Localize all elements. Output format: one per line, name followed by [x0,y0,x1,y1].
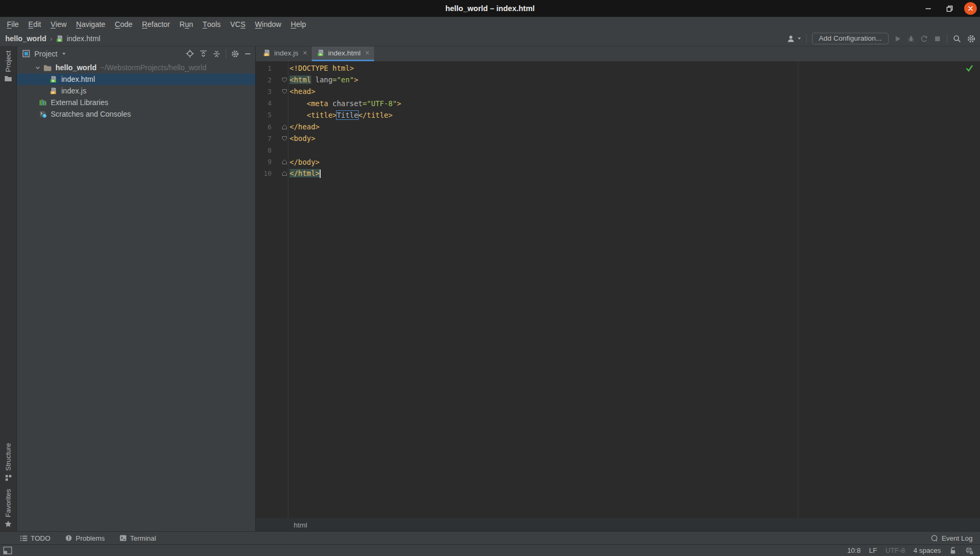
breadcrumb-tag-html[interactable]: html [294,521,307,529]
tree-row-index-js[interactable]: JSindex.js [17,85,255,97]
write-access-lock-icon[interactable] [949,546,957,554]
tool-strip-top: Project [4,51,12,82]
close-button[interactable] [964,2,977,15]
chevron-down-icon[interactable] [62,53,66,55]
code-text: <body> [290,134,315,143]
settings-gear-icon[interactable] [967,34,976,43]
js-file-icon: JS [263,49,271,57]
code-line[interactable]: 3<head> [256,86,980,97]
tree-item-label: index.html [61,75,95,83]
menu-item-vcs[interactable]: VCS [226,17,250,31]
fold-marker[interactable] [281,136,288,142]
js-icon: JS [50,87,58,95]
code-text: <head> [290,87,315,96]
restore-button[interactable] [943,2,956,15]
structure-icon[interactable] [5,474,12,482]
expand-all-icon[interactable] [199,50,208,58]
tree-row-hello-world[interactable]: hello_world~/WebstormProjects/hello_worl… [17,62,255,73]
tab-close-icon[interactable]: ✕ [365,50,370,56]
tool-window-tab-favorites[interactable]: Favorites [4,489,12,517]
code-text: </body> [290,158,320,166]
menu-item-refactor[interactable]: Refactor [137,17,175,31]
todo-list-icon [20,535,27,542]
fold-marker[interactable] [281,159,288,165]
tab-label: index.html [328,49,361,57]
tree-row-index-html[interactable]: Hindex.html [17,73,255,85]
editor-breadcrumb-bar: html [256,519,980,531]
problems-label: Problems [76,534,105,542]
libs-icon [39,99,47,106]
line-number: 5 [256,111,272,119]
terminal-label: Terminal [130,534,156,542]
text-caret [320,169,321,178]
code-line[interactable]: 7<body> [256,133,980,144]
fold-marker[interactable] [281,77,288,83]
tool-window-tab-project[interactable]: Project [4,51,12,72]
run-icon[interactable] [894,35,902,43]
window-title: hello_world – index.html [445,4,535,13]
locate-file-icon[interactable] [185,49,194,58]
editor-tab-index-js[interactable]: JSindex.js✕ [258,46,312,61]
menu-item-help[interactable]: Help [286,17,311,31]
menu-item-run[interactable]: Run [175,17,198,31]
menu-item-file[interactable]: File [2,17,24,31]
user-dropdown-icon[interactable] [787,35,801,43]
code-line[interactable]: 1<!DOCTYPE html> [256,62,980,74]
tree-row-external-libraries[interactable]: External Libraries [17,97,255,108]
menu-item-view[interactable]: View [46,17,71,31]
encoding-widget[interactable]: UTF-8 [885,546,905,554]
tree-row-scratches-and-consoles[interactable]: Scratches and Consoles [17,108,255,120]
svg-text:H: H [52,79,54,82]
fold-marker[interactable] [281,171,288,176]
terminal-toolwindow-button[interactable]: Terminal [119,534,156,542]
breadcrumb-file[interactable]: index.html [67,34,100,43]
svg-text:JS: JS [51,91,54,94]
menu-item-navigate[interactable]: Navigate [71,17,110,31]
code-token: </body> [290,158,320,166]
panel-settings-gear-icon[interactable] [231,50,239,58]
project-panel-title[interactable]: Project [34,50,58,58]
code-line[interactable]: 5 <title>Title</title> [256,109,980,121]
minimize-button[interactable] [922,2,935,15]
tool-window-tab-structure[interactable]: Structure [4,443,12,471]
todo-toolwindow-button[interactable]: TODO [20,534,50,542]
indent-widget[interactable]: 4 spaces [913,546,941,554]
menu-item-window[interactable]: Window [250,17,286,31]
code-token: > [397,99,401,108]
tool-window-switcher-icon[interactable] [3,546,12,554]
line-number: 10 [256,169,272,177]
window-controls [922,0,977,17]
caret-position-widget[interactable]: 10:8 [847,546,861,554]
menu-item-code[interactable]: Code [110,17,137,31]
code-line[interactable]: 2<html lang="en"> [256,74,980,86]
code-line[interactable]: 9</body> [256,156,980,168]
search-everywhere-icon[interactable] [953,34,962,43]
tree-item-label: Scratches and Consoles [51,110,131,118]
coverage-icon[interactable] [920,35,928,43]
breadcrumb-project[interactable]: hello_world [5,34,46,43]
code-line[interactable]: 4 <meta charset="UTF-8"> [256,98,980,109]
code-line[interactable]: 6</head> [256,121,980,133]
line-separator-widget[interactable]: LF [869,546,877,554]
chevron-expanded-icon[interactable] [35,65,41,71]
menu-item-edit[interactable]: Edit [24,17,46,31]
menu-item-tools[interactable]: Tools [198,17,226,31]
fold-marker[interactable] [281,89,288,95]
collapse-all-icon[interactable] [212,50,221,58]
code-line[interactable]: 8 [256,144,980,156]
add-configuration-button[interactable]: Add Configuration... [812,33,889,44]
code-editor[interactable]: 1<!DOCTYPE html>2<html lang="en">3<head>… [256,61,980,519]
event-log-button[interactable]: Event Log [930,534,973,542]
code-line[interactable]: 10</html> [256,168,980,180]
project-folder-icon[interactable] [4,75,12,82]
code-token: > [354,76,358,84]
stop-icon[interactable] [934,35,941,43]
favorites-star-icon[interactable] [4,520,12,528]
fold-marker[interactable] [281,124,288,130]
hide-panel-icon[interactable] [244,50,251,58]
editor-tab-index-html[interactable]: Hindex.html✕ [312,46,374,61]
debug-icon[interactable] [907,35,915,43]
tab-close-icon[interactable]: ✕ [303,50,307,56]
problems-toolwindow-button[interactable]: Problems [65,534,105,542]
settings-indicator-icon[interactable] [965,546,974,555]
